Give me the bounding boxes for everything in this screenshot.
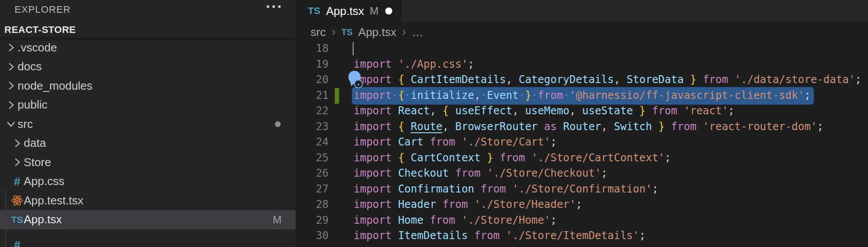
code-line-text: import Cart from './Store/Cart'; xyxy=(354,134,557,150)
code-token: , xyxy=(601,120,614,133)
code-line-20[interactable]: 20import { CartItemDetails, CategoryDeta… xyxy=(297,72,868,88)
code-token xyxy=(405,120,411,133)
code-token: from xyxy=(703,73,728,86)
code-token: ; xyxy=(817,120,823,133)
line-number[interactable]: 26 xyxy=(297,166,329,182)
code-line-26[interactable]: 26import Checkout from './Store/Checkout… xyxy=(297,166,868,182)
code-token: ; xyxy=(601,167,608,179)
line-number[interactable]: 23 xyxy=(297,119,329,135)
tree-item-Store[interactable]: Store xyxy=(0,153,296,172)
svg-text:★: ★ xyxy=(357,81,360,87)
code-token xyxy=(392,167,398,179)
code-token: ItemDetails xyxy=(398,229,468,242)
tree-item-App.test.tsx[interactable]: App.test.tsx xyxy=(0,191,296,210)
line-number[interactable]: 18 xyxy=(297,41,329,57)
line-number[interactable]: 30 xyxy=(297,228,329,244)
line-number[interactable]: 21 xyxy=(297,88,329,104)
code-line-text: import Checkout from './Store/Checkout'; xyxy=(354,166,608,182)
code-token: import xyxy=(354,229,392,242)
code-token xyxy=(392,152,398,164)
code-token: ; xyxy=(468,58,474,70)
code-token xyxy=(633,105,639,117)
code-line-text: import Header from './Store/Header'; xyxy=(354,197,582,213)
tree-item-.vscode[interactable]: .vscode xyxy=(0,38,296,57)
tree-item-App.css[interactable]: #App.css xyxy=(0,172,296,191)
gutter-added-indicator[interactable] xyxy=(335,88,339,104)
tree-item-public[interactable]: public xyxy=(0,95,296,115)
code-token: ; xyxy=(639,229,645,242)
code-token xyxy=(392,198,398,211)
code-token: } xyxy=(658,120,665,133)
breadcrumb-separator-icon: › xyxy=(402,25,406,39)
line-number[interactable]: 19 xyxy=(297,57,329,73)
code-editor[interactable]: 1819import './App.css';20import { CartIt… xyxy=(297,41,868,247)
code-token: from xyxy=(499,152,525,164)
code-line-28[interactable]: 28import Header from './Store/Header'; xyxy=(297,197,868,213)
code-line-text: import Confirmation from './Store/Confir… xyxy=(354,182,658,197)
code-line-25[interactable]: 25import { CartContext } from './Store/C… xyxy=(297,150,868,166)
workspace-section-header[interactable]: REACT-STORE xyxy=(0,22,296,38)
code-line-30[interactable]: 30import ItemDetails from './Store/ItemD… xyxy=(297,228,868,244)
line-number[interactable]: 29 xyxy=(297,213,329,229)
editor-group: TS App.tsx M src›TSApp.tsx›… 1819import … xyxy=(296,0,868,247)
code-token: Switch xyxy=(614,120,652,133)
chevron-right-icon xyxy=(4,80,18,91)
breadcrumb-item[interactable]: App.tsx xyxy=(358,25,397,39)
line-number[interactable]: 25 xyxy=(297,150,329,166)
code-token: './Store/Home' xyxy=(462,214,550,226)
code-token: from xyxy=(474,229,500,242)
tree-item-docs[interactable]: docs xyxy=(0,57,296,76)
code-token: , xyxy=(506,73,519,86)
code-line-21[interactable]: 21import·{·initialize,·Event·}·from·'@ha… xyxy=(297,88,868,104)
code-line-23[interactable]: 23import { Route, BrowserRouter as Route… xyxy=(297,119,868,135)
code-line-19[interactable]: 19import './App.css'; xyxy=(297,57,868,73)
line-number[interactable]: 22 xyxy=(297,103,329,119)
tree-item-node_modules[interactable]: node_modules xyxy=(0,76,296,95)
tree-item-src[interactable]: src xyxy=(0,114,296,134)
code-line-27[interactable]: 27import Confirmation from './Store/Conf… xyxy=(297,182,868,197)
line-number[interactable]: 20 xyxy=(297,72,329,88)
code-token xyxy=(392,136,398,148)
code-token: { xyxy=(398,89,404,102)
line-number[interactable]: 24 xyxy=(297,134,329,150)
tab-app-tsx[interactable]: TS App.tsx M xyxy=(297,0,402,22)
code-token xyxy=(696,73,702,86)
code-line-22[interactable]: 22import React, { useEffect, useMemo, us… xyxy=(297,103,868,119)
code-token xyxy=(506,183,512,195)
tree-item-label: src xyxy=(18,117,33,131)
code-token: from xyxy=(652,105,677,117)
code-token: · xyxy=(563,89,569,102)
tree-item-partial[interactable]: # xyxy=(0,235,296,247)
breadcrumb-item[interactable]: … xyxy=(412,25,423,39)
code-token: { xyxy=(398,120,404,133)
code-token: ; xyxy=(665,152,671,164)
tree-item-data[interactable]: data xyxy=(0,134,296,153)
code-token xyxy=(684,73,690,86)
line-number[interactable]: 27 xyxy=(297,182,329,197)
code-token: BrowserRouter xyxy=(455,120,538,133)
code-token: Route xyxy=(411,120,442,133)
css-file-icon: # xyxy=(11,176,24,187)
code-token: { xyxy=(398,73,404,86)
breadcrumb-item[interactable]: src xyxy=(311,25,326,39)
code-token xyxy=(423,136,430,148)
code-line-18[interactable]: 18 xyxy=(297,41,868,57)
code-token: './Store/Checkout' xyxy=(487,167,601,179)
code-token: './Store/ItemDetails' xyxy=(506,229,639,242)
code-token xyxy=(493,152,499,164)
line-number[interactable]: 28 xyxy=(297,197,329,213)
code-token xyxy=(652,120,658,133)
code-token xyxy=(392,58,398,70)
code-token xyxy=(481,152,487,164)
code-token: , xyxy=(430,105,442,117)
modified-dot-badge xyxy=(275,121,281,127)
code-token xyxy=(423,214,430,226)
more-actions-icon[interactable] xyxy=(267,5,281,8)
code-line-text: import·{·initialize,·Event·}·from·'@harn… xyxy=(354,88,814,104)
code-line-29[interactable]: 29import Home from './Store/Home'; xyxy=(297,213,868,229)
unsaved-changes-icon[interactable] xyxy=(385,7,392,15)
pointer-balloon-icon[interactable]: ★ xyxy=(347,70,368,90)
code-line-24[interactable]: 24import Cart from './Store/Cart'; xyxy=(297,134,868,150)
code-token: '@harnessio/ff-javascript-client-sdk' xyxy=(569,89,804,102)
tree-item-App.tsx[interactable]: TSApp.tsxM xyxy=(0,210,296,229)
